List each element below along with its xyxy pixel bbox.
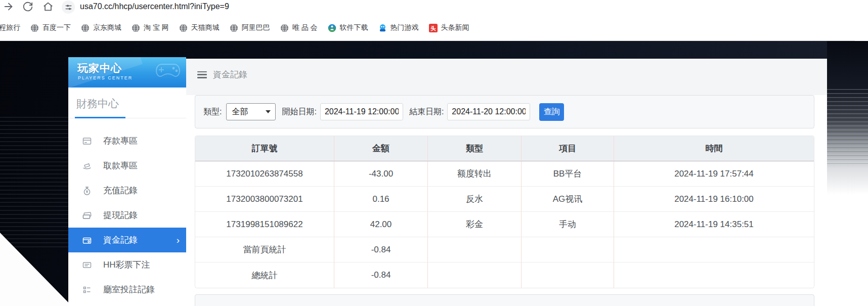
- sidebar-menu-item[interactable]: HH彩票下注: [68, 252, 186, 277]
- pagination-prev-icon[interactable]: ‹: [203, 303, 210, 306]
- start-date-input[interactable]: [320, 103, 403, 120]
- bookmark-item[interactable]: 百度一下: [30, 23, 71, 32]
- svg-text:头: 头: [430, 25, 436, 31]
- bookmark-label: 京东商城: [93, 23, 121, 32]
- cell-time: [614, 237, 814, 263]
- menu-item-label: 存款專區: [103, 135, 138, 147]
- cell-order-no: 1732010263874558: [195, 161, 334, 187]
- bookmark-item[interactable]: 京东商城: [81, 23, 121, 32]
- hall-icon: [82, 285, 92, 295]
- cashout-icon: [82, 210, 92, 221]
- menu-item-label: 取款專區: [103, 160, 138, 171]
- reload-icon[interactable]: [22, 1, 33, 12]
- sidebar-menu-item[interactable]: 廳室投註記錄: [68, 277, 186, 302]
- table-header-row: 訂單號金額類型項目時間: [195, 136, 814, 161]
- bookmark-item[interactable]: 软件下载: [328, 23, 368, 32]
- globe-icon: [132, 24, 140, 32]
- bookmark-label: 头条新闻: [441, 23, 469, 32]
- sidebar-menu-item[interactable]: 資金記錄 ›: [68, 228, 186, 252]
- filter-panel: 類型: 全部 開始日期: 結束日期: 查詢: [195, 95, 814, 128]
- bookmark-item[interactable]: 阿里巴巴: [230, 23, 270, 32]
- menu-item-label: 廳室投註記錄: [103, 284, 155, 295]
- start-date-label: 開始日期:: [282, 107, 316, 117]
- cell-amount: -0.84: [334, 263, 428, 288]
- cell-type: [428, 237, 522, 263]
- cell-project: 手动: [522, 212, 614, 237]
- type-select[interactable]: 全部: [226, 103, 276, 120]
- withdraw-icon: [82, 161, 92, 171]
- bookmarks-bar: 程旅行 百度一下 京东商城 淘 宝 网 天猫商城 阿里巴巴 唯 品 会: [0, 15, 855, 41]
- deposit-icon: [82, 136, 92, 146]
- background-streaks-right: [827, 41, 868, 306]
- table-row: 1731998151089622 42.00 彩金 手动 2024-11-19 …: [195, 212, 814, 237]
- cell-order-no: 總統計: [195, 263, 334, 288]
- table-header-cell: 類型: [428, 136, 522, 161]
- players-center-title: 玩家中心: [68, 57, 186, 75]
- end-date-label: 結束日期:: [409, 107, 444, 117]
- content-header-band: [186, 59, 827, 95]
- sidebar: 玩家中心 PLAYERS CENTER 財務中心 存款專區 取款專區: [68, 57, 186, 306]
- finance-section-title: 財務中心: [76, 97, 186, 111]
- main-content: 資金記錄 類型: 全部 開始日期: 結束日期: 查詢 訂單號金額類型項目時間 1…: [186, 59, 827, 306]
- table-row: 總統計 -0.84: [195, 263, 814, 288]
- home-icon[interactable]: [42, 1, 54, 12]
- bookmark-item[interactable]: 淘 宝 网: [132, 23, 169, 32]
- globe-icon: [280, 24, 289, 32]
- recharge-icon: [82, 186, 92, 196]
- table-header-cell: 金額: [334, 136, 428, 161]
- bookmark-label: 程旅行: [0, 23, 20, 32]
- table-header-cell: 時間: [614, 136, 814, 161]
- table-row: 當前頁統計 -0.84: [195, 237, 814, 263]
- address-bar[interactable]: usa70.cc/hhcp/usercenter.html?iniType=9: [80, 2, 229, 11]
- background-streaks-left: [0, 117, 68, 248]
- search-button[interactable]: 查詢: [539, 103, 564, 121]
- bookmark-item[interactable]: 唯 品 会: [280, 23, 318, 32]
- bookmark-label: 淘 宝 网: [144, 23, 169, 32]
- table-body: 1732010263874558 -43.00 额度转出 BB平台 2024-1…: [195, 161, 814, 288]
- sidebar-menu: 存款專區 取款專區 充值記錄 提現記錄: [68, 128, 186, 302]
- type-label: 類型:: [203, 107, 222, 117]
- bookmark-item[interactable]: 程旅行: [0, 23, 20, 32]
- globe-icon: [179, 24, 188, 32]
- lottery-icon: [82, 260, 92, 270]
- cell-type: 额度转出: [428, 161, 522, 187]
- sidebar-menu-item[interactable]: 充值記錄: [68, 178, 186, 203]
- bookmark-item[interactable]: 头 头条新闻: [429, 23, 469, 32]
- table-row: 1732010263874558 -43.00 额度转出 BB平台 2024-1…: [195, 161, 814, 187]
- hamburger-icon[interactable]: [197, 71, 207, 78]
- pagination-panel: ‹: [195, 294, 814, 306]
- bookmark-label: 天猫商城: [191, 23, 220, 32]
- menu-item-label: HH彩票下注: [103, 259, 150, 271]
- cell-time: 2024-11-19 16:10:00: [614, 187, 814, 212]
- menu-item-label: 提現記錄: [103, 209, 138, 221]
- bookmark-label: 唯 品 会: [292, 23, 318, 32]
- toutiao-icon: 头: [429, 24, 438, 32]
- globe-icon: [230, 24, 238, 32]
- menu-item-label: 資金記錄: [103, 234, 138, 246]
- cell-type: [428, 263, 522, 288]
- chevron-down-icon: [266, 110, 271, 113]
- bookmark-label: 软件下载: [340, 23, 368, 32]
- bookmark-item[interactable]: 天猫商城: [179, 23, 220, 32]
- bookmark-label: 阿里巴巴: [242, 23, 270, 32]
- sidebar-menu-item[interactable]: 存款專區: [68, 128, 186, 153]
- menu-item-label: 充值記錄: [103, 185, 138, 196]
- forward-icon[interactable]: [3, 1, 14, 12]
- game-icon: [378, 24, 387, 32]
- cell-amount: 42.00: [334, 212, 428, 237]
- globe-icon: [30, 24, 39, 32]
- cell-amount: -43.00: [334, 161, 428, 187]
- bookmark-label: 百度一下: [42, 23, 71, 32]
- sidebar-header: 玩家中心 PLAYERS CENTER: [68, 57, 186, 88]
- bookmark-item[interactable]: 热门游戏: [378, 23, 419, 32]
- sidebar-menu-item[interactable]: 提現記錄: [68, 203, 186, 228]
- cell-time: 2024-11-19 14:35:51: [614, 212, 814, 237]
- site-info-icon[interactable]: [62, 1, 75, 14]
- funds-icon: [82, 235, 92, 245]
- sidebar-menu-item[interactable]: 取款專區: [68, 153, 186, 178]
- page-background: 玩家中心 PLAYERS CENTER 財務中心 存款專區 取款專區: [0, 41, 868, 306]
- table-row: 1732003800073201 0.16 反水 AG视讯 2024-11-19…: [195, 187, 814, 212]
- cell-amount: -0.84: [334, 237, 428, 263]
- end-date-input[interactable]: [447, 103, 530, 120]
- cell-type: 彩金: [428, 212, 522, 237]
